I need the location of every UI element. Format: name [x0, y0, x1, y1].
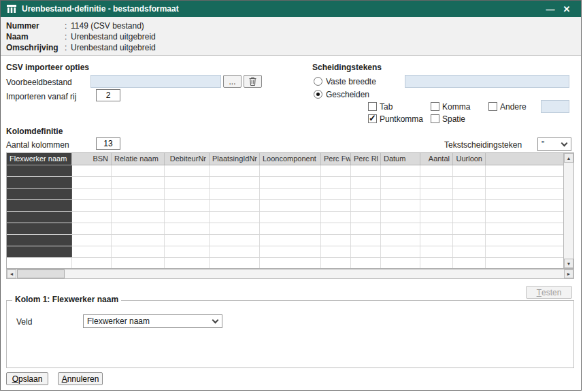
table-row[interactable] — [7, 235, 563, 246]
table-cell[interactable] — [420, 235, 453, 246]
table-cell[interactable] — [165, 200, 210, 211]
table-cell[interactable] — [321, 212, 351, 223]
table-cell[interactable] — [112, 165, 165, 176]
table-cell[interactable] — [351, 223, 381, 234]
table-cell[interactable] — [165, 212, 210, 223]
column-header[interactable]: Uurloon — [453, 153, 486, 165]
table-cell[interactable] — [351, 200, 381, 211]
table-cell[interactable] — [7, 165, 72, 176]
table-cell[interactable] — [210, 235, 260, 246]
table-cell[interactable] — [351, 258, 381, 268]
scroll-left-icon[interactable]: ◄ — [7, 270, 16, 278]
komma-label[interactable]: Komma — [442, 102, 470, 112]
scroll-up-icon[interactable]: ▲ — [564, 153, 573, 163]
table-row[interactable] — [7, 165, 563, 177]
table-cell[interactable] — [321, 165, 351, 176]
column-header[interactable]: Aantal — [420, 153, 453, 165]
vertical-scrollbar[interactable]: ▲ ▼ — [563, 153, 573, 268]
table-cell[interactable] — [165, 235, 210, 246]
table-cell[interactable] — [351, 177, 381, 188]
gescheiden-label[interactable]: Gescheiden — [326, 90, 369, 99]
column-header[interactable]: Datum — [381, 153, 420, 165]
table-cell[interactable] — [72, 223, 112, 234]
table-cell[interactable] — [321, 177, 351, 188]
gescheiden-radio[interactable] — [314, 90, 322, 99]
minimize-button[interactable]: — — [542, 2, 559, 16]
table-cell[interactable] — [260, 223, 321, 234]
table-cell[interactable] — [260, 177, 321, 188]
table-cell[interactable] — [72, 200, 112, 211]
andere-input[interactable] — [541, 100, 569, 113]
table-cell[interactable] — [72, 165, 112, 176]
table-cell[interactable] — [420, 177, 453, 188]
table-cell[interactable] — [321, 223, 351, 234]
table-cell[interactable] — [112, 212, 165, 223]
voorbeeldbestand-input[interactable] — [90, 75, 221, 88]
table-cell[interactable] — [165, 165, 210, 176]
table-cell[interactable] — [351, 165, 381, 176]
column-header[interactable]: Looncomponent — [260, 153, 321, 165]
table-cell[interactable] — [453, 189, 486, 199]
table-cell[interactable] — [7, 212, 72, 223]
table-cell[interactable] — [165, 223, 210, 234]
table-cell[interactable] — [351, 246, 381, 257]
close-button[interactable]: ✕ — [559, 2, 575, 16]
column-header[interactable]: PlaatsingIdNr — [210, 153, 260, 165]
table-cell[interactable] — [381, 200, 420, 211]
scroll-right-icon[interactable]: ► — [564, 270, 573, 278]
opslaan-button[interactable]: Opslaan — [6, 372, 48, 385]
table-cell[interactable] — [453, 246, 486, 257]
importeren-vanaf-rij-input[interactable] — [96, 89, 120, 101]
scroll-down-icon[interactable]: ▼ — [564, 259, 573, 268]
table-cell[interactable] — [351, 212, 381, 223]
table-cell[interactable] — [7, 200, 72, 211]
table-cell[interactable] — [260, 200, 321, 211]
table-cell[interactable] — [351, 189, 381, 199]
table-cell[interactable] — [260, 246, 321, 257]
table-cell[interactable] — [321, 246, 351, 257]
table-cell[interactable] — [453, 235, 486, 246]
andere-checkbox[interactable] — [488, 102, 497, 111]
table-cell[interactable] — [260, 235, 321, 246]
table-cell[interactable] — [210, 200, 260, 211]
table-row[interactable] — [7, 189, 563, 200]
column-header[interactable]: Relatie naam — [112, 153, 165, 165]
table-cell[interactable] — [260, 258, 321, 268]
table-cell[interactable] — [381, 223, 420, 234]
puntkomma-label[interactable]: Puntkomma — [380, 114, 423, 124]
table-cell[interactable] — [381, 235, 420, 246]
table-cell[interactable] — [381, 246, 420, 257]
table-cell[interactable] — [7, 235, 72, 246]
table-cell[interactable] — [72, 189, 112, 199]
table-cell[interactable] — [165, 189, 210, 199]
table-cell[interactable] — [112, 258, 165, 268]
table-cell[interactable] — [351, 235, 381, 246]
table-cell[interactable] — [453, 258, 486, 268]
table-cell[interactable] — [165, 177, 210, 188]
table-row[interactable] — [7, 200, 563, 212]
table-cell[interactable] — [321, 235, 351, 246]
table-row[interactable] — [7, 177, 563, 189]
column-header[interactable]: Perc Rl — [351, 153, 381, 165]
table-cell[interactable] — [321, 258, 351, 268]
table-cell[interactable] — [321, 200, 351, 211]
table-cell[interactable] — [381, 165, 420, 176]
table-cell[interactable] — [420, 200, 453, 211]
table-cell[interactable] — [72, 246, 112, 257]
vaste-breedte-label[interactable]: Vaste breedte — [326, 77, 376, 86]
table-cell[interactable] — [112, 189, 165, 199]
table-cell[interactable] — [453, 223, 486, 234]
puntkomma-checkbox[interactable] — [368, 114, 377, 123]
table-cell[interactable] — [72, 212, 112, 223]
table-cell[interactable] — [7, 223, 72, 234]
table-cell[interactable] — [420, 223, 453, 234]
table-cell[interactable] — [72, 258, 112, 268]
table-cell[interactable] — [453, 165, 486, 176]
table-cell[interactable] — [7, 258, 72, 268]
tab-label[interactable]: Tab — [380, 102, 393, 112]
table-row[interactable] — [7, 223, 563, 235]
horizontal-scroll-thumb[interactable] — [17, 270, 65, 278]
table-cell[interactable] — [260, 212, 321, 223]
table-cell[interactable] — [210, 212, 260, 223]
column-header[interactable]: Perc Fw — [321, 153, 351, 165]
